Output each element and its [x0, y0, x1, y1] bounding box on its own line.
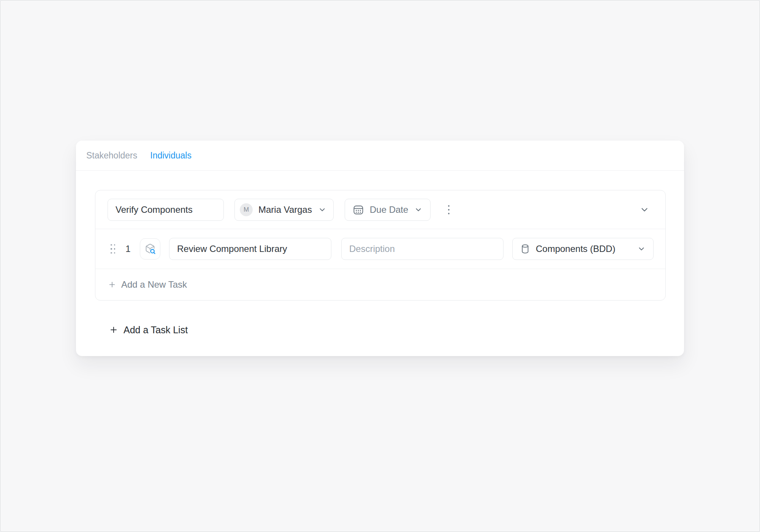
add-task-list-button[interactable]: Add a Task List — [109, 318, 188, 341]
tab-stakeholders[interactable]: Stakeholders — [86, 150, 137, 161]
chevron-down-icon — [637, 245, 646, 253]
task-lists-panel: Stakeholders Individuals M Maria Vargas — [76, 141, 684, 356]
category-dropdown[interactable]: Components (BDD) — [512, 238, 654, 260]
add-new-task-label: Add a New Task — [121, 279, 187, 290]
category-label: Components (BDD) — [536, 244, 615, 254]
kebab-menu-icon[interactable] — [443, 201, 454, 218]
task-row: 1 — [95, 229, 665, 269]
calendar-icon — [353, 204, 364, 215]
database-icon — [520, 244, 530, 254]
avatar: M — [240, 203, 253, 216]
task-title-input[interactable] — [169, 238, 331, 260]
tab-individuals[interactable]: Individuals — [150, 150, 192, 161]
tab-bar: Stakeholders Individuals — [76, 141, 684, 171]
box-search-button[interactable] — [140, 238, 160, 260]
assignee-name: Maria Vargas — [258, 204, 312, 215]
chevron-down-icon — [318, 206, 326, 214]
task-list-card: M Maria Vargas — [95, 190, 666, 301]
plus-icon — [108, 280, 116, 289]
plus-icon — [109, 325, 118, 334]
due-date-label: Due Date — [370, 204, 408, 215]
task-list-name-input[interactable] — [108, 199, 224, 221]
chevron-down-icon — [414, 206, 423, 214]
assignee-dropdown[interactable]: M Maria Vargas — [234, 199, 334, 221]
drag-handle-icon[interactable] — [111, 244, 115, 254]
panel-content: M Maria Vargas — [95, 190, 666, 341]
collapse-list-button[interactable] — [639, 201, 650, 218]
add-new-task-button[interactable]: Add a New Task — [95, 269, 665, 300]
task-list-header: M Maria Vargas — [95, 190, 665, 229]
task-description-input[interactable] — [341, 238, 504, 260]
add-task-list-label: Add a Task List — [124, 325, 188, 336]
due-date-dropdown[interactable]: Due Date — [345, 199, 431, 221]
task-number: 1 — [125, 244, 131, 254]
box-search-icon — [144, 243, 156, 255]
